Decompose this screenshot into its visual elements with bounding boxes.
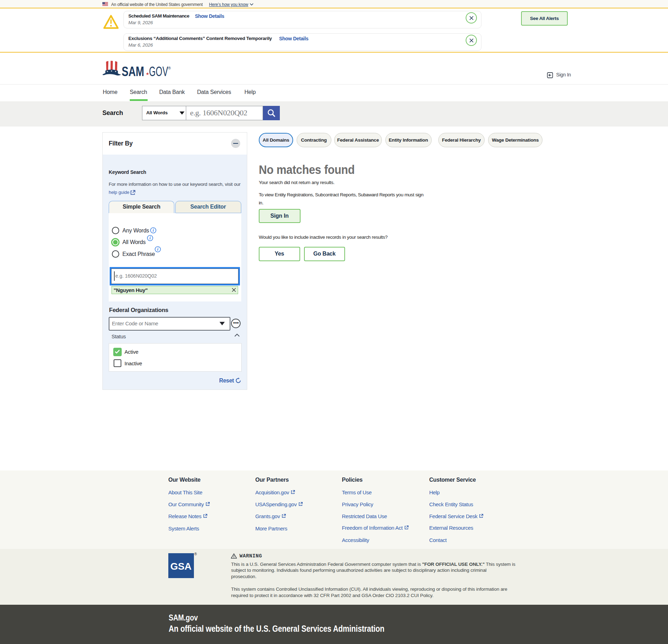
svg-text:i: i [149,236,151,240]
svg-text:i: i [153,228,154,233]
svg-text:i: i [157,247,158,252]
